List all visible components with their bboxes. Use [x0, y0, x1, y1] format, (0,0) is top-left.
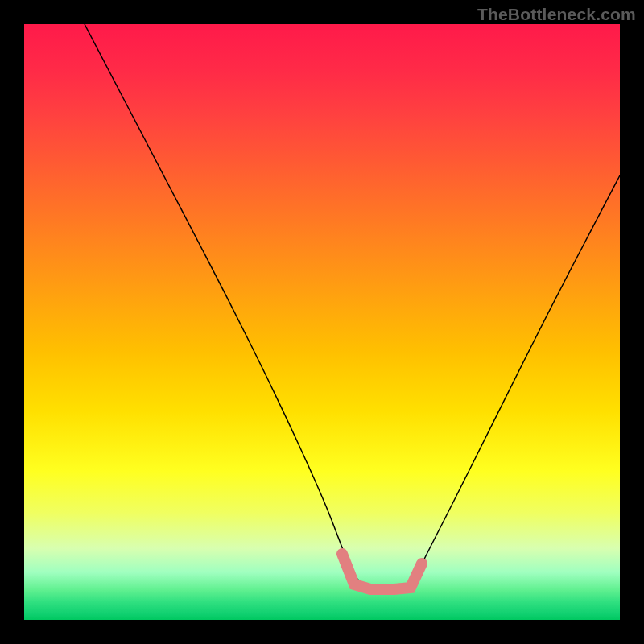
chart-svg: [24, 24, 620, 620]
watermark-text: TheBottleneck.com: [477, 5, 636, 24]
optimal-range-marker: [342, 554, 422, 589]
chart-container: TheBottleneck.com: [0, 0, 644, 644]
bottleneck-curve: [85, 24, 620, 588]
plot-area: [24, 24, 620, 620]
